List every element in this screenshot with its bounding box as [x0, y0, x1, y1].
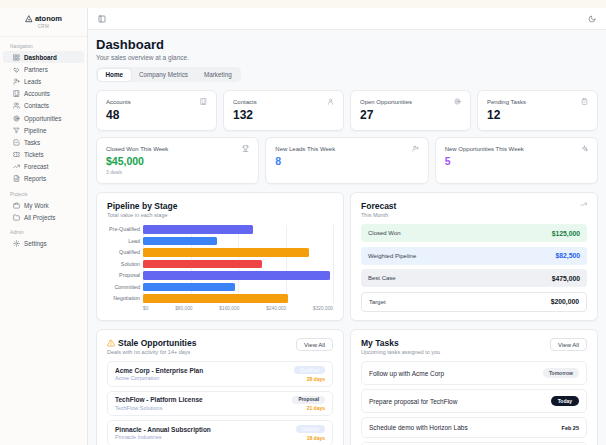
stale-view-all-button[interactable]: View All	[296, 338, 333, 351]
forecast-rows: Closed Won$125,000Weighted Pipeline$82,5…	[361, 224, 587, 312]
warning-icon	[107, 339, 115, 347]
handshake-icon	[13, 66, 20, 73]
sidebar: atonom CRM NavigationDashboardPartnersLe…	[0, 8, 88, 445]
tab-home[interactable]: Home	[98, 69, 132, 81]
week-card-value: $45,000	[106, 155, 249, 167]
sidebar-item-reports[interactable]: Reports	[3, 173, 84, 185]
chart-x-tick: $160,000	[219, 306, 239, 311]
sidebar-item-contacts[interactable]: Contacts	[3, 100, 84, 112]
sidebar-item-tasks[interactable]: Tasks	[3, 136, 84, 148]
chart-category-label: Proposal	[107, 272, 143, 278]
opportunity-company: Acme Corporation	[115, 375, 203, 381]
atonom-logo-icon	[25, 15, 33, 23]
task-name: Prepare proposal for TechFlow	[369, 398, 457, 405]
gear-icon	[13, 240, 20, 247]
sparkles-icon	[581, 145, 588, 152]
task-row[interactable]: Prepare proposal for TechFlowToday	[361, 389, 587, 413]
sidebar-item-pipeline[interactable]: Pipeline	[3, 124, 84, 136]
sidebar-item-leads[interactable]: Leads	[3, 75, 84, 87]
sidebar-item-my-work[interactable]: My Work	[3, 199, 84, 211]
topbar	[88, 8, 606, 30]
chart-bar-negotiation	[143, 294, 288, 303]
page-content: Dashboard Your sales overview at a glanc…	[88, 30, 606, 445]
task-row[interactable]: Follow up with Acme CorpTomorrow	[361, 361, 587, 385]
sidebar-item-label: Opportunities	[24, 115, 61, 122]
chart-bar-pre-qualified	[143, 225, 253, 234]
sidebar-item-label: Contacts	[24, 102, 49, 109]
chart-category-label: Solution	[107, 261, 143, 267]
stage-badge: Qualified	[294, 366, 325, 374]
opportunity-name: Acme Corp - Enterprise Plan	[115, 367, 203, 374]
forecast-panel: Forecast This Month Closed Won$125,000We…	[350, 192, 598, 321]
app-logo[interactable]: atonom CRM	[0, 8, 87, 37]
chart-bar-solution	[143, 260, 262, 269]
sidebar-item-label: Settings	[24, 240, 47, 247]
sidebar-item-label: Dashboard	[24, 54, 57, 61]
sidebar-item-partners[interactable]: Partners	[3, 63, 84, 75]
pipeline-chart-title: Pipeline by Stage	[107, 201, 333, 211]
file-text-icon	[13, 175, 20, 182]
stage-badge: Proposal	[292, 396, 325, 404]
sidebar-item-opportunities[interactable]: Opportunities	[3, 112, 84, 124]
building-icon	[200, 98, 207, 105]
my-tasks-panel: My Tasks Upcoming tasks assigned to you …	[350, 329, 598, 445]
page-title: Dashboard	[96, 37, 598, 52]
charts-row: Pipeline by Stage Total value in each st…	[96, 192, 598, 321]
stale-opportunity-row[interactable]: Acme Corp - Enterprise PlanAcme Corporat…	[107, 361, 333, 387]
week-card-subtext: 3 deals	[106, 169, 249, 175]
chart-bar-row: Negotiation	[107, 294, 333, 303]
users-icon	[13, 102, 20, 109]
week-card-label: New Leads This Week	[275, 146, 335, 152]
chart-bar-proposal	[143, 271, 330, 280]
tasks-view-all-button[interactable]: View All	[550, 338, 587, 351]
sidebar-item-tickets[interactable]: Tickets	[3, 149, 84, 161]
stat-label: Contacts	[233, 99, 257, 105]
week-card-subtext	[275, 169, 418, 175]
folder-icon	[13, 214, 20, 221]
user-plus-icon	[412, 145, 419, 152]
forecast-row-value: $475,000	[552, 275, 580, 282]
task-name: Follow up with Acme Corp	[369, 370, 444, 377]
week-card-value: 8	[275, 155, 418, 167]
week-card-closed-won-this-week: Closed Won This Week$45,0003 deals	[96, 137, 259, 184]
sidebar-section-label: Projects	[10, 192, 77, 197]
stale-opportunity-row[interactable]: TechFlow - Platform LicenseTechFlow Solu…	[107, 391, 333, 417]
chart-bar-row: Committed	[107, 283, 333, 292]
week-card-new-opportunities-this-week: New Opportunities This Week5	[435, 137, 598, 184]
sidebar-item-accounts[interactable]: Accounts	[3, 88, 84, 100]
chart-category-label: Negotiation	[107, 295, 143, 301]
briefcase-icon	[13, 202, 20, 209]
task-due-badge: Tomorrow	[543, 368, 579, 378]
stat-value: 48	[106, 108, 207, 122]
theme-toggle-icon[interactable]	[588, 15, 596, 23]
window-top-strip	[0, 0, 606, 8]
target-icon	[13, 115, 20, 122]
pipeline-chart-subtitle: Total value in each stage	[107, 212, 333, 218]
stale-days: 28 days	[307, 376, 325, 382]
task-due-badge: Today	[551, 396, 579, 406]
stale-opportunity-row[interactable]: Pinnacle - Annual SubscriptionPinnacle I…	[107, 420, 333, 445]
sidebar-toggle-icon[interactable]	[98, 15, 106, 23]
tab-company-metrics[interactable]: Company Metrics	[131, 69, 196, 81]
sidebar-item-label: Tasks	[24, 139, 40, 146]
sidebar-item-dashboard[interactable]: Dashboard	[3, 51, 84, 63]
chart-bar-row: Qualified	[107, 248, 333, 257]
target-icon	[454, 98, 461, 105]
sidebar-item-all-projects[interactable]: All Projects	[3, 211, 84, 223]
forecast-row-best-case: Best Case$475,000	[361, 269, 587, 287]
chart-x-axis: $0$80,000$160,000$240,000$320,000	[143, 306, 333, 311]
sidebar-item-label: Forecast	[24, 163, 49, 170]
sidebar-item-forecast[interactable]: Forecast	[3, 161, 84, 173]
stat-label: Accounts	[106, 99, 131, 105]
forecast-row-label: Closed Won	[368, 230, 401, 236]
trending-up-icon	[13, 163, 20, 170]
forecast-row-label: Weighted Pipeline	[368, 253, 416, 259]
tab-marketing[interactable]: Marketing	[196, 69, 240, 81]
sidebar-item-settings[interactable]: Settings	[3, 237, 84, 249]
forecast-row-value: $82,500	[555, 252, 580, 259]
user-icon	[327, 98, 334, 105]
task-due-badge: Feb 25	[562, 425, 579, 431]
task-row[interactable]: Schedule demo with Horizon LabsFeb 25	[361, 417, 587, 438]
sidebar-item-label: Partners	[24, 66, 48, 73]
chart-x-tick: $240,000	[266, 306, 286, 311]
